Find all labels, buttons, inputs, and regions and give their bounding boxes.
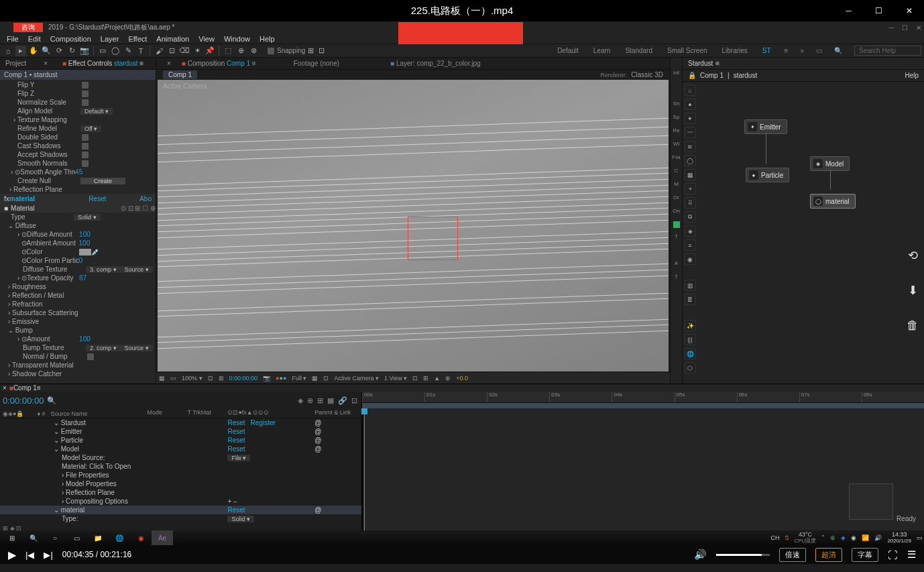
view-axis-icon[interactable]: ⊗ <box>248 46 259 56</box>
vb-channel-icon[interactable]: ⊞ <box>219 375 224 382</box>
ni-dots-icon[interactable]: ⠿ <box>685 197 696 209</box>
explorer-icon[interactable]: 📁 <box>87 530 109 545</box>
video-maximize-icon[interactable]: ☐ <box>864 0 894 21</box>
vb-snapshot-icon[interactable]: 📷 <box>263 375 270 382</box>
ruler-mark[interactable]: 05s <box>675 392 737 402</box>
resolution-dropdown[interactable]: Full ▾ <box>292 375 306 382</box>
ni-spark-icon[interactable]: ✦ <box>685 113 696 124</box>
cortana-icon[interactable]: ○ <box>44 530 66 545</box>
puppet-tool-icon[interactable]: 📌 <box>205 46 215 56</box>
layer-name[interactable]: ⌄ Emitter <box>0 428 148 435</box>
hand-tool-icon[interactable]: ✋ <box>28 46 39 56</box>
difftex-dropdown[interactable]: 3. comp ▾ <box>86 266 121 273</box>
acceptshadows-checkbox[interactable] <box>82 152 89 158</box>
trash-icon[interactable]: 🗑 <box>905 318 920 333</box>
reset-link[interactable]: Reset <box>227 428 245 435</box>
speed-button[interactable]: 倍速 <box>779 548 806 562</box>
ni-sphere-icon[interactable]: ◉ <box>685 253 696 265</box>
th-parent[interactable]: Parent & Link <box>314 409 361 418</box>
text-tool-icon[interactable]: T <box>135 46 146 56</box>
help-link[interactable]: Help <box>905 72 919 79</box>
vb-mask-icon[interactable]: ▦ <box>159 375 165 382</box>
mat-reflmetal[interactable]: › Reflection / Metal <box>8 292 64 299</box>
narrow-a[interactable]: A <box>675 260 678 268</box>
layer-val-dropdown[interactable]: File ▾ <box>227 455 250 461</box>
prop-texmap[interactable]: › Texture Mapping <box>13 116 67 123</box>
ellipse-tool-icon[interactable]: ◯ <box>110 46 121 56</box>
reset-link[interactable]: Reset <box>227 437 245 444</box>
vb-grid-icon[interactable]: ▭ <box>170 375 176 382</box>
vb-transparency-icon[interactable]: ▦ <box>312 375 318 382</box>
narrow-inf[interactable]: Inf <box>673 70 679 78</box>
layer-name[interactable]: Model Source: <box>0 454 148 461</box>
wifi-icon[interactable]: 📶 <box>862 534 869 541</box>
narrow-sh[interactable]: Sh <box>673 101 680 109</box>
tl-ic6[interactable]: ⊡ <box>351 396 357 405</box>
lock-icon[interactable]: 🔒 <box>688 72 696 79</box>
rotate-tool-icon[interactable]: ↻ <box>66 46 77 56</box>
reset-link[interactable]: Reset <box>227 419 245 426</box>
ec-layer-link[interactable]: stardust <box>114 60 138 67</box>
workspace-standard[interactable]: Standard <box>624 47 654 54</box>
th-mode[interactable]: Mode <box>148 409 188 418</box>
mat-transmat[interactable]: › Transparent Material <box>8 361 74 369</box>
doublesided-checkbox[interactable] <box>82 134 89 141</box>
mat-emissive[interactable]: › Emissive <box>8 318 39 325</box>
th-trkmat[interactable]: TrkMat <box>192 409 211 416</box>
workspace-smallscreen[interactable]: Small Screen <box>666 47 708 54</box>
workspace-menu-icon[interactable]: ≡ <box>785 47 789 54</box>
pen-tool-icon[interactable]: ✎ <box>123 46 133 56</box>
home-icon[interactable]: ⌂ <box>3 46 13 56</box>
eraser-tool-icon[interactable]: ⌫ <box>179 46 190 56</box>
stardust-tab[interactable]: Stardust <box>688 60 713 67</box>
alignmodel-dropdown[interactable]: Default ▾ <box>80 108 113 115</box>
roto-tool-icon[interactable]: ✶ <box>192 46 203 56</box>
workspace-learn[interactable]: Learn <box>592 47 612 54</box>
brush-tool-icon[interactable]: 🖌 <box>154 46 164 56</box>
workspace-st[interactable]: ST <box>761 47 772 54</box>
ni-wave-icon[interactable]: ≋ <box>685 141 696 152</box>
prev-button[interactable]: |◀ <box>25 550 34 560</box>
narrow-t2[interactable]: T <box>675 274 678 282</box>
node-canvas[interactable]: ✦Emitter ●Particle ◈Model ◯material <box>697 82 924 384</box>
vb-res-icon[interactable]: ⊡ <box>208 375 213 382</box>
layer-name[interactable]: ⌄ Particle <box>0 437 148 444</box>
menu-edit[interactable]: Edit <box>24 35 45 43</box>
eyedropper-icon[interactable]: 💉 <box>91 248 99 255</box>
camera-tool-icon[interactable]: 📷 <box>79 46 90 56</box>
red-tab[interactable]: 咨询 <box>13 23 43 32</box>
refinemodel-dropdown[interactable]: Off ▾ <box>80 125 101 132</box>
menu-file[interactable]: File <box>3 35 23 43</box>
layer-tab[interactable]: Layer: comp_22_b_color.jpg <box>396 60 481 67</box>
material-effect-name[interactable]: material <box>9 195 35 203</box>
ruler-mark[interactable]: 02s <box>487 392 549 402</box>
create-button[interactable]: Create <box>80 178 125 184</box>
fullscreen-icon[interactable]: ⛶ <box>888 549 898 561</box>
video-close-icon[interactable]: ✕ <box>894 0 924 21</box>
mat-shadowcatcher[interactable]: › Shadow Catcher <box>8 370 62 378</box>
narrow-m[interactable]: M <box>674 181 679 189</box>
search-help-input[interactable]: Search Help <box>854 46 921 56</box>
color-swatch[interactable] <box>79 249 91 255</box>
stamp-tool-icon[interactable]: ⊡ <box>166 46 177 56</box>
tl-ic5[interactable]: 🔗 <box>338 396 347 405</box>
mat-refraction[interactable]: › Refraction <box>8 300 43 308</box>
renderer-dropdown[interactable]: Classic 3D <box>631 71 663 78</box>
composition-tab[interactable]: Composition <box>188 60 225 67</box>
project-tab[interactable]: Project <box>0 60 32 67</box>
workspace-libraries[interactable]: Libraries <box>720 47 748 54</box>
menu-help[interactable]: Help <box>255 35 279 43</box>
narrow-t1[interactable]: T <box>675 233 678 241</box>
clock-time[interactable]: 14:33 <box>887 531 911 538</box>
workspace-chevron-icon[interactable]: » <box>800 47 804 54</box>
playlist-icon[interactable]: ☰ <box>907 549 916 561</box>
ni-cube-icon[interactable]: ◈ <box>685 225 696 237</box>
texopacity-value[interactable]: 87 <box>79 274 86 282</box>
tl-ic2[interactable]: ⊕ <box>307 396 313 405</box>
layer-name[interactable]: › Model Properties <box>0 480 148 488</box>
ruler-mark[interactable]: 01s <box>424 392 487 402</box>
narrow-on[interactable]: On <box>673 208 680 216</box>
tl-ic4[interactable]: ▦ <box>327 396 334 405</box>
world-axis-icon[interactable]: ⊕ <box>235 46 246 56</box>
layer-name[interactable]: › File Properties <box>0 471 148 479</box>
